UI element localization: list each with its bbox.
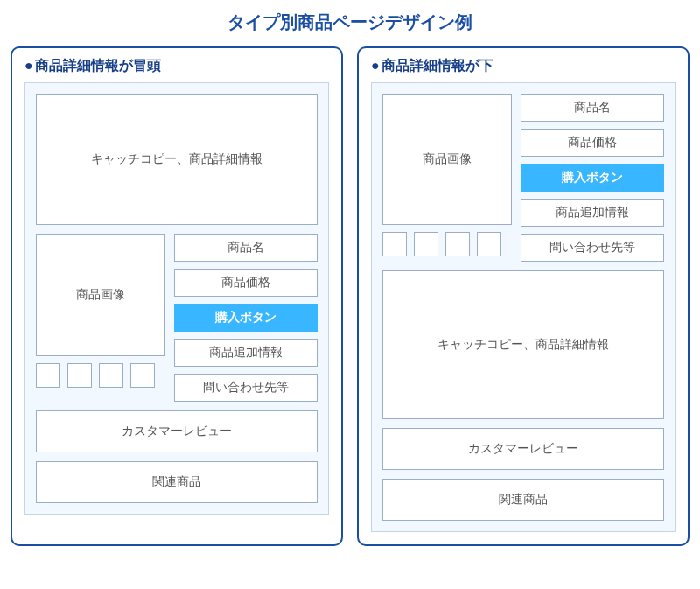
product-image-box: 商品画像 bbox=[382, 94, 512, 225]
panel-heading: ●商品詳細情報が下 bbox=[371, 57, 676, 75]
panel-details-first: ●商品詳細情報が冒頭 キャッチコピー、商品詳細情報 商品画像 商品名 商品価格 bbox=[10, 46, 343, 546]
related-products-box: 関連商品 bbox=[36, 461, 318, 503]
panels-row: ●商品詳細情報が冒頭 キャッチコピー、商品詳細情報 商品画像 商品名 商品価格 bbox=[10, 46, 690, 546]
product-image-column: 商品画像 bbox=[382, 94, 512, 262]
panel-details-below: ●商品詳細情報が下 商品画像 商品名 商品価格 購入ボタン 商 bbox=[357, 46, 690, 546]
customer-reviews-box: カスタマーレビュー bbox=[382, 428, 664, 470]
buy-button-box: 購入ボタン bbox=[174, 304, 318, 332]
thumbnail bbox=[382, 232, 407, 256]
panel-heading-text: 商品詳細情報が下 bbox=[382, 58, 494, 73]
product-row: 商品画像 商品名 商品価格 購入ボタン 商品追加情報 問い合わせ先等 bbox=[382, 94, 664, 262]
bullet-icon: ● bbox=[371, 58, 380, 73]
thumbnail bbox=[36, 363, 60, 388]
thumbnail-row bbox=[36, 363, 165, 388]
product-row: 商品画像 商品名 商品価格 購入ボタン 商品追加情報 問い合わせ先等 bbox=[36, 234, 318, 402]
thumbnail bbox=[130, 363, 155, 388]
contact-box: 問い合わせ先等 bbox=[174, 374, 318, 402]
product-fields-column: 商品名 商品価格 購入ボタン 商品追加情報 問い合わせ先等 bbox=[174, 234, 318, 402]
thumbnail bbox=[67, 363, 92, 388]
buy-button-box: 購入ボタン bbox=[521, 164, 664, 192]
product-price-box: 商品価格 bbox=[521, 129, 664, 157]
hero-copy-box: キャッチコピー、商品詳細情報 bbox=[382, 270, 664, 419]
panel-heading-text: 商品詳細情報が冒頭 bbox=[35, 58, 161, 73]
thumbnail bbox=[99, 363, 123, 388]
related-products-box: 関連商品 bbox=[382, 479, 664, 521]
product-image-box: 商品画像 bbox=[36, 234, 165, 356]
additional-info-box: 商品追加情報 bbox=[174, 339, 318, 367]
hero-copy-box: キャッチコピー、商品詳細情報 bbox=[36, 94, 318, 225]
product-name-box: 商品名 bbox=[521, 94, 664, 122]
panel-heading: ●商品詳細情報が冒頭 bbox=[24, 57, 329, 75]
product-price-box: 商品価格 bbox=[174, 269, 318, 297]
page-title: タイプ別商品ページデザイン例 bbox=[10, 11, 690, 34]
thumbnail bbox=[414, 232, 438, 256]
additional-info-box: 商品追加情報 bbox=[521, 199, 664, 227]
layout-wireframe: キャッチコピー、商品詳細情報 商品画像 商品名 商品価格 購入ボタン 商品追加情… bbox=[24, 82, 329, 515]
thumbnail-row bbox=[382, 232, 512, 256]
thumbnail bbox=[477, 232, 501, 256]
product-name-box: 商品名 bbox=[174, 234, 318, 262]
product-image-column: 商品画像 bbox=[36, 234, 165, 402]
contact-box: 問い合わせ先等 bbox=[521, 234, 664, 262]
thumbnail bbox=[445, 232, 470, 256]
product-fields-column: 商品名 商品価格 購入ボタン 商品追加情報 問い合わせ先等 bbox=[521, 94, 664, 262]
bullet-icon: ● bbox=[24, 58, 33, 73]
customer-reviews-box: カスタマーレビュー bbox=[36, 410, 318, 452]
layout-wireframe: 商品画像 商品名 商品価格 購入ボタン 商品追加情報 問い合わせ先等 bbox=[371, 82, 676, 532]
